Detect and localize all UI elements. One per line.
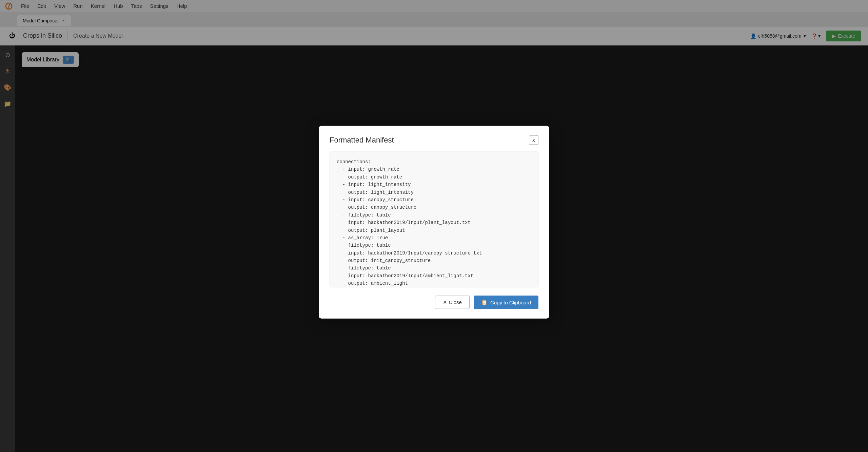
modal-header: Formatted Manifest x [330, 135, 538, 145]
manifest-code-block[interactable]: connections: - input: growth_rate output… [330, 152, 538, 287]
modal-footer: ✕ Close 📋 Copy to Clipboard [330, 296, 538, 309]
copy-label: Copy to Clipboard [490, 299, 531, 305]
modal-title: Formatted Manifest [330, 136, 394, 145]
clipboard-icon: 📋 [481, 299, 488, 305]
copy-to-clipboard-button[interactable]: 📋 Copy to Clipboard [474, 296, 538, 309]
modal-close-x-button[interactable]: x [529, 135, 538, 145]
close-button[interactable]: ✕ Close [435, 296, 470, 309]
formatted-manifest-modal: Formatted Manifest x connections: - inpu… [319, 126, 549, 319]
